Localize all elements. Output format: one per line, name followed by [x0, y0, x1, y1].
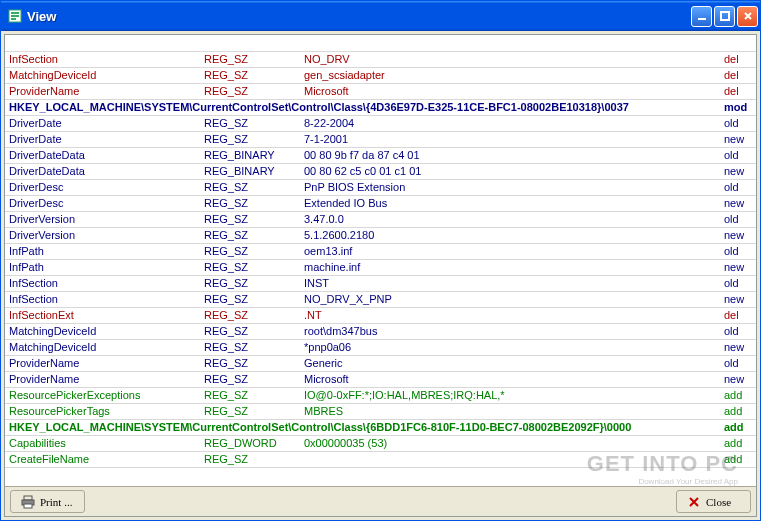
app-icon [7, 8, 23, 24]
svg-rect-3 [11, 18, 16, 20]
cell-name: ProviderName [5, 355, 200, 371]
cell-name: ProviderName [5, 83, 200, 99]
cell-keypath: HKEY_LOCAL_MACHINE\SYSTEM\CurrentControl… [5, 99, 716, 115]
table-row[interactable]: CreateFileNameREG_SZadd [5, 451, 756, 467]
table-row[interactable]: InfSectionExtREG_SZ.NTdel [5, 307, 756, 323]
cell-action: new [716, 227, 756, 243]
registry-diff-table: InfSectionREG_SZNO_DRVdelMatchingDeviceI… [5, 35, 756, 468]
svg-rect-1 [11, 12, 19, 14]
table-row[interactable]: MatchingDeviceIdREG_SZ*pnp0a06new [5, 339, 756, 355]
cell-type: REG_SZ [200, 211, 300, 227]
cell-name: DriverDate [5, 131, 200, 147]
cell-value: NO_DRV [300, 51, 716, 67]
cell-value: *pnp0a06 [300, 339, 716, 355]
table-row[interactable] [5, 35, 756, 51]
table-row[interactable]: MatchingDeviceIdREG_SZroot\dm347busold [5, 323, 756, 339]
table-row[interactable]: HKEY_LOCAL_MACHINE\SYSTEM\CurrentControl… [5, 419, 756, 435]
cell-type: REG_SZ [200, 51, 300, 67]
cell-name: InfSectionExt [5, 307, 200, 323]
cell-type: REG_SZ [200, 355, 300, 371]
cell-action: add [716, 451, 756, 467]
titlebar[interactable]: View [1, 1, 760, 31]
minimize-button[interactable] [691, 6, 712, 27]
table-row[interactable]: HKEY_LOCAL_MACHINE\SYSTEM\CurrentControl… [5, 99, 756, 115]
cell-value: INST [300, 275, 716, 291]
close-window-button[interactable] [737, 6, 758, 27]
cell-action: mod [716, 99, 756, 115]
table-row[interactable]: InfSectionREG_SZINSTold [5, 275, 756, 291]
cell-action: old [716, 243, 756, 259]
print-button[interactable]: Print ... [10, 490, 85, 513]
cell-type: REG_SZ [200, 371, 300, 387]
cell-keypath: HKEY_LOCAL_MACHINE\SYSTEM\CurrentControl… [5, 419, 716, 435]
cell-type: REG_SZ [200, 131, 300, 147]
table-row[interactable]: DriverDateDataREG_BINARY00 80 62 c5 c0 0… [5, 163, 756, 179]
cell-action: new [716, 339, 756, 355]
cell-value [300, 451, 716, 467]
svg-rect-8 [24, 504, 32, 508]
table-row[interactable]: ProviderNameREG_SZMicrosoftnew [5, 371, 756, 387]
table-row[interactable]: InfPathREG_SZmachine.infnew [5, 259, 756, 275]
cell-action: new [716, 195, 756, 211]
table-row[interactable]: MatchingDeviceIdREG_SZgen_scsiadapterdel [5, 67, 756, 83]
cell-action: old [716, 147, 756, 163]
cell-value: 0x00000035 (53) [300, 435, 716, 451]
window-title: View [27, 9, 691, 24]
cell-type [200, 35, 300, 51]
cell-value [300, 35, 716, 51]
close-button-label: Close [706, 496, 731, 508]
cell-action: new [716, 163, 756, 179]
cell-action: old [716, 179, 756, 195]
cell-type: REG_SZ [200, 291, 300, 307]
cell-name: DriverDesc [5, 195, 200, 211]
table-row[interactable]: InfSectionREG_SZNO_DRV_X_PNPnew [5, 291, 756, 307]
close-button[interactable]: Close [676, 490, 751, 513]
table-row[interactable]: ResourcePickerTagsREG_SZMBRESadd [5, 403, 756, 419]
cell-value: machine.inf [300, 259, 716, 275]
cell-action: new [716, 131, 756, 147]
cell-action: old [716, 211, 756, 227]
table-row[interactable]: DriverVersionREG_SZ5.1.2600.2180new [5, 227, 756, 243]
table-row[interactable]: ProviderNameREG_SZMicrosoftdel [5, 83, 756, 99]
cell-type: REG_SZ [200, 403, 300, 419]
table-row[interactable]: InfPathREG_SZoem13.infold [5, 243, 756, 259]
table-row[interactable]: DriverDateREG_SZ7-1-2001new [5, 131, 756, 147]
svg-rect-5 [721, 12, 729, 20]
cell-type: REG_SZ [200, 67, 300, 83]
footer-bar: Print ... Close [5, 486, 756, 516]
cell-name: InfSection [5, 291, 200, 307]
table-scroll[interactable]: InfSectionREG_SZNO_DRVdelMatchingDeviceI… [5, 35, 756, 486]
cell-type: REG_SZ [200, 115, 300, 131]
table-row[interactable]: DriverDescREG_SZExtended IO Busnew [5, 195, 756, 211]
table-row[interactable]: DriverDescREG_SZPnP BIOS Extensionold [5, 179, 756, 195]
titlebar-buttons [691, 6, 758, 27]
table-row[interactable]: CapabilitiesREG_DWORD0x00000035 (53)add [5, 435, 756, 451]
window-frame: View InfSectionREG_SZNO_DRVdelMatchingDe… [0, 0, 761, 521]
table-row[interactable]: DriverVersionREG_SZ3.47.0.0old [5, 211, 756, 227]
cell-type: REG_DWORD [200, 435, 300, 451]
cell-action: del [716, 51, 756, 67]
cell-type: REG_SZ [200, 339, 300, 355]
table-row[interactable]: InfSectionREG_SZNO_DRVdel [5, 51, 756, 67]
table-row[interactable]: ResourcePickerExceptionsREG_SZIO@0-0xFF:… [5, 387, 756, 403]
table-row[interactable]: ProviderNameREG_SZGenericold [5, 355, 756, 371]
cell-action: new [716, 371, 756, 387]
cell-type: REG_SZ [200, 259, 300, 275]
cell-name: MatchingDeviceId [5, 339, 200, 355]
maximize-button[interactable] [714, 6, 735, 27]
cell-type: REG_SZ [200, 227, 300, 243]
cell-value: gen_scsiadapter [300, 67, 716, 83]
cell-action: old [716, 323, 756, 339]
cell-action: add [716, 435, 756, 451]
cell-name: InfSection [5, 275, 200, 291]
table-row[interactable]: DriverDateREG_SZ8-22-2004old [5, 115, 756, 131]
cell-name: DriverDate [5, 115, 200, 131]
cell-value: oem13.inf [300, 243, 716, 259]
cell-type: REG_SZ [200, 275, 300, 291]
cell-action: old [716, 275, 756, 291]
cell-value: .NT [300, 307, 716, 323]
cell-value: Microsoft [300, 83, 716, 99]
cell-type: REG_BINARY [200, 163, 300, 179]
cell-name: InfPath [5, 243, 200, 259]
table-row[interactable]: DriverDateDataREG_BINARY00 80 9b f7 da 8… [5, 147, 756, 163]
